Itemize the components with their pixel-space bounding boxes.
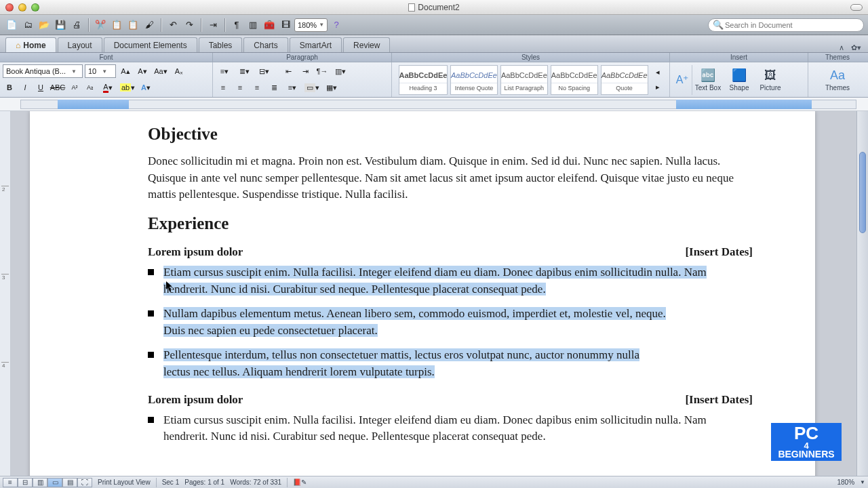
highlight-button[interactable]: ab▾ [119, 81, 136, 94]
bullet-icon [148, 310, 154, 317]
superscript-button[interactable]: A² [68, 81, 81, 94]
font-name-combo[interactable]: Book Antiqua (B...▼ [3, 64, 83, 78]
group-font: Book Antiqua (B...▼ 10▼ A▴ A▾ Aa▾ Aₓ B I… [0, 62, 213, 97]
change-case-button[interactable]: Aa▾ [152, 64, 170, 78]
sidebar-button[interactable]: ▥ [245, 18, 260, 33]
format-painter-button[interactable]: 🖌 [142, 18, 157, 33]
open-button[interactable]: 📂 [37, 18, 52, 33]
list-item[interactable]: Etiam cursus suscipit enim. Nulla facili… [148, 264, 753, 298]
align-left-button[interactable]: ≡ [216, 81, 231, 94]
style-swatch-quote[interactable]: AaBbCcDdEeQuote [601, 65, 648, 95]
numbering-button[interactable]: ≣▾ [235, 64, 253, 78]
undo-button[interactable]: ↶ [165, 18, 180, 33]
page[interactable]: Objective Donec sollicitudin mi et magna… [30, 111, 815, 476]
spellcheck-icon[interactable]: 📕✎ [293, 479, 307, 486]
copy-button[interactable]: 📋 [109, 18, 124, 33]
document-viewport[interactable]: Objective Donec sollicitudin mi et magna… [11, 111, 856, 476]
clear-format-button[interactable]: Aₓ [172, 64, 186, 78]
styles-prev-button[interactable]: ◂ [652, 66, 663, 79]
words-label[interactable]: Words: 72 of 331 [230, 479, 281, 486]
grow-font-button[interactable]: A▴ [118, 64, 133, 78]
insert-options-button[interactable]: A⁺ [673, 62, 692, 98]
bold-button[interactable]: B [3, 81, 16, 94]
tab-home[interactable]: ⌂Home [5, 37, 56, 52]
save-button[interactable]: 💾 [53, 18, 68, 33]
tab-stops-button[interactable]: ⇥ [205, 18, 220, 33]
outline-view-button[interactable]: ⊟ [18, 478, 33, 487]
toolbox-button[interactable]: 🧰 [262, 18, 277, 33]
search-input[interactable] [724, 20, 859, 30]
document-search[interactable]: 🔍 [708, 18, 864, 32]
shading-button[interactable]: ▭▾ [303, 81, 321, 94]
ribbon-options-icon[interactable]: ✿▾ [851, 43, 861, 52]
vertical-scrollbar[interactable] [856, 111, 868, 476]
cut-button[interactable]: ✂️ [93, 18, 108, 33]
shape-button[interactable]: 🟦Shape [724, 62, 755, 98]
zoom-window-button[interactable] [31, 3, 39, 12]
font-size-combo[interactable]: 10▼ [85, 64, 116, 78]
zoom-control[interactable]: 180%▼ [294, 18, 328, 32]
ribbon-collapse-icon[interactable]: ∧ [839, 43, 844, 52]
fullscreen-view-button[interactable]: ⛶ [77, 478, 92, 487]
align-right-button[interactable]: ≡ [250, 81, 264, 94]
publishing-view-button[interactable]: ▥ [33, 478, 47, 487]
vertical-ruler[interactable]: 2 3 4 [0, 111, 11, 476]
style-swatch-heading-3[interactable]: AaBbCcDdEeHeading 3 [399, 65, 448, 95]
shrink-font-button[interactable]: A▾ [135, 64, 150, 78]
template-button[interactable]: 🗂 [20, 18, 35, 33]
textbox-button[interactable]: 🔤Text Box [692, 62, 724, 98]
line-spacing-button[interactable]: ≡▾ [283, 81, 301, 94]
bullets-button[interactable]: ≡▾ [216, 64, 233, 78]
body-text[interactable]: Donec sollicitudin mi et magna. Proin no… [148, 153, 753, 203]
scroll-thumb[interactable] [859, 152, 866, 233]
horizontal-ruler[interactable] [0, 98, 868, 111]
redo-button[interactable]: ↷ [182, 18, 197, 33]
multilevel-button[interactable]: ⊟▾ [255, 64, 273, 78]
tab-charts[interactable]: Charts [243, 37, 288, 52]
justify-button[interactable]: ≣ [267, 81, 281, 94]
tab-smartart[interactable]: SmartArt [290, 37, 342, 52]
zoom-status[interactable]: 180% [837, 479, 855, 486]
style-swatch-no-spacing[interactable]: AaBbCcDdEeNo Spacing [551, 65, 598, 95]
borders-button[interactable]: ▦▾ [323, 81, 340, 94]
subscript-button[interactable]: A₂ [83, 81, 97, 94]
quick-access-toolbar: 📄 🗂 📂 💾 🖨 ✂️ 📋 📋 🖌 ↶ ↷ ⇥ ¶ ▥ 🧰 🎞 180%▼ ?… [0, 15, 868, 35]
chevron-down-icon: ▼ [319, 22, 324, 28]
indent-button[interactable]: ⇥ [298, 64, 313, 78]
zoom-dropdown-icon[interactable]: ▼ [860, 479, 865, 485]
style-swatch-list-paragraph[interactable]: AaBbCcDdEeList Paragraph [500, 65, 548, 95]
new-doc-button[interactable]: 📄 [4, 18, 19, 33]
tab-tables[interactable]: Tables [199, 37, 243, 52]
print-layout-view-button[interactable]: ▭ [47, 478, 62, 487]
print-button[interactable]: 🖨 [69, 18, 84, 33]
styles-next-button[interactable]: ▸ [652, 81, 663, 94]
list-item[interactable]: Etiam cursus suscipit enim. Nulla facili… [148, 412, 753, 445]
underline-button[interactable]: U [34, 81, 47, 94]
list-item[interactable]: Pellentesque interdum, tellus non consec… [148, 347, 753, 380]
themes-button[interactable]: AaThemes [822, 62, 853, 97]
strike-button[interactable]: ABC [50, 81, 66, 94]
text-effects-button[interactable]: A▾ [138, 81, 153, 94]
font-color-button[interactable]: A▾ [99, 81, 117, 94]
media-button[interactable]: 🎞 [278, 18, 293, 33]
draft-view-button[interactable]: ≡ [3, 478, 18, 487]
paste-button[interactable]: 📋 [125, 18, 140, 33]
picture-button[interactable]: 🖼Picture [755, 62, 786, 98]
toolbar-toggle-button[interactable] [850, 4, 863, 11]
show-hide-button[interactable]: ¶ [229, 18, 244, 33]
italic-button[interactable]: I [18, 81, 32, 94]
tab-layout[interactable]: Layout [58, 37, 102, 52]
close-window-button[interactable] [5, 3, 14, 12]
help-button[interactable]: ? [329, 18, 344, 33]
outdent-button[interactable]: ⇤ [281, 64, 296, 78]
heading-objective: Objective [148, 125, 753, 144]
ltr-button[interactable]: ¶→ [315, 64, 330, 78]
style-swatch-intense-quote[interactable]: AaBbCcDdEeIntense Quote [450, 65, 498, 95]
notebook-view-button[interactable]: ▤ [62, 478, 77, 487]
tab-document-elements[interactable]: Document Elements [104, 37, 197, 52]
minimize-window-button[interactable] [18, 3, 26, 12]
list-item[interactable]: Nullam dapibus elementum metus. Aenean l… [148, 306, 753, 339]
tab-review[interactable]: Review [343, 37, 390, 52]
align-center-button[interactable]: ≡ [233, 81, 248, 94]
columns-button[interactable]: ▥▾ [332, 64, 349, 78]
